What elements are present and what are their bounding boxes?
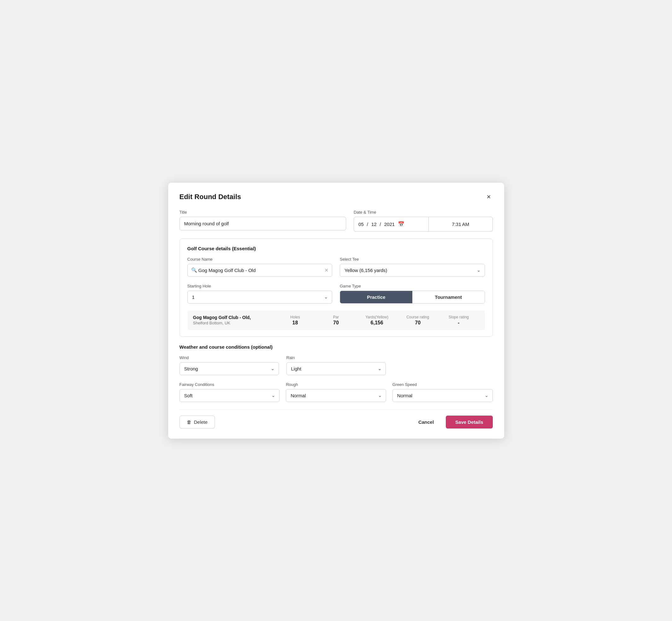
green-speed-dropdown[interactable]: SlowNormalFastVery Fast: [392, 389, 493, 402]
game-type-label: Game Type: [340, 284, 485, 288]
select-tee-wrapper: Yellow (6,156 yards) White (6,500 yards)…: [340, 264, 485, 277]
wind-group: Wind NoneLightModerateStrong ⌄: [179, 355, 279, 375]
holes-value: 18: [275, 320, 316, 326]
date-time-row: 05 / 12 / 2021 📅 7:31 AM: [354, 217, 493, 232]
starting-hole-label: Starting Hole: [187, 284, 333, 288]
date-month: 05: [359, 221, 364, 227]
fairway-label: Fairway Conditions: [179, 382, 280, 387]
starting-hole-dropdown[interactable]: 1234 5678 910: [187, 291, 333, 303]
rain-group: Rain NoneLightModerateHeavy ⌄: [287, 355, 386, 375]
title-input[interactable]: [179, 217, 346, 230]
footer-row: 🗑 Delete Cancel Save Details: [179, 410, 493, 428]
select-tee-dropdown[interactable]: Yellow (6,156 yards) White (6,500 yards)…: [340, 264, 485, 277]
title-label: Title: [179, 210, 346, 215]
datetime-group: Date & Time 05 / 12 / 2021 📅 7:31 AM: [354, 210, 493, 232]
select-tee-label: Select Tee: [340, 257, 485, 261]
weather-section: Weather and course conditions (optional)…: [179, 344, 493, 402]
course-stat-yards: Yards(Yellow) 6,156: [356, 315, 397, 326]
green-speed-label: Green Speed: [392, 382, 493, 387]
course-rating-value: 70: [397, 320, 438, 326]
modal-title: Edit Round Details: [179, 193, 241, 201]
wind-label: Wind: [179, 355, 279, 360]
date-sep2: /: [380, 221, 381, 227]
rain-dropdown[interactable]: NoneLightModerateHeavy: [287, 362, 386, 375]
course-stat-holes: Holes 18: [275, 315, 316, 326]
date-sep1: /: [367, 221, 368, 227]
par-value: 70: [316, 320, 356, 326]
course-info-name-group: Gog Magog Golf Club - Old, Shelford Bott…: [193, 315, 275, 325]
green-speed-wrapper: SlowNormalFastVery Fast ⌄: [392, 389, 493, 402]
clear-course-icon[interactable]: ✕: [324, 267, 328, 273]
course-name-label: Course Name: [187, 257, 333, 261]
rough-dropdown[interactable]: ShortNormalLongVery Long: [286, 389, 386, 402]
fairway-group: Fairway Conditions DryNormalSoftWet ⌄: [179, 382, 280, 402]
date-day: 12: [371, 221, 377, 227]
rough-group: Rough ShortNormalLongVery Long ⌄: [286, 382, 386, 402]
slope-value: -: [438, 320, 479, 326]
title-group: Title: [179, 210, 346, 232]
edit-round-modal: Edit Round Details × Title Date & Time 0…: [168, 183, 504, 439]
weather-title: Weather and course conditions (optional): [179, 344, 493, 349]
course-stat-course-rating: Course rating 70: [397, 315, 438, 326]
fairway-wrapper: DryNormalSoftWet ⌄: [179, 389, 280, 402]
course-info-location: Shelford Bottom, UK: [193, 321, 275, 325]
wind-dropdown[interactable]: NoneLightModerateStrong: [179, 362, 279, 375]
rain-wrapper: NoneLightModerateHeavy ⌄: [287, 362, 386, 375]
course-name-input[interactable]: [187, 264, 333, 277]
game-type-toggle: Practice Tournament: [340, 291, 485, 303]
delete-button[interactable]: 🗑 Delete: [179, 416, 215, 428]
course-info-row: Gog Magog Golf Club - Old, Shelford Bott…: [187, 310, 485, 330]
hole-gametype-row: Starting Hole 1234 5678 910 ⌄ Game Type …: [187, 284, 485, 303]
trash-icon: 🗑: [187, 419, 192, 425]
title-datetime-row: Title Date & Time 05 / 12 / 2021 📅 7:31 …: [179, 210, 493, 232]
calendar-icon: 📅: [398, 221, 405, 227]
date-year: 2021: [384, 221, 395, 227]
golf-course-section: Golf Course details (Essential) Course N…: [179, 239, 493, 337]
save-button[interactable]: Save Details: [446, 416, 493, 428]
wind-wrapper: NoneLightModerateStrong ⌄: [179, 362, 279, 375]
wind-rain-row: Wind NoneLightModerateStrong ⌄ Rain None…: [179, 355, 493, 375]
tournament-toggle-btn[interactable]: Tournament: [412, 291, 485, 303]
course-stat-slope: Slope rating -: [438, 315, 479, 326]
footer-right: Cancel Save Details: [413, 416, 493, 428]
starting-hole-wrapper: 1234 5678 910 ⌄: [187, 291, 333, 303]
course-name-wrapper: 🔍 ✕: [187, 264, 333, 277]
course-stat-par: Par 70: [316, 315, 356, 326]
cancel-button[interactable]: Cancel: [413, 416, 439, 428]
modal-header: Edit Round Details ×: [179, 193, 493, 201]
golf-course-title: Golf Course details (Essential): [187, 246, 485, 251]
rain-label: Rain: [287, 355, 386, 360]
course-rating-label: Course rating: [397, 315, 438, 319]
game-type-group: Game Type Practice Tournament: [340, 284, 485, 303]
starting-hole-group: Starting Hole 1234 5678 910 ⌄: [187, 284, 333, 303]
conditions-row: Fairway Conditions DryNormalSoftWet ⌄ Ro…: [179, 382, 493, 402]
search-icon: 🔍: [191, 267, 197, 273]
rough-wrapper: ShortNormalLongVery Long ⌄: [286, 389, 386, 402]
course-tee-row: Course Name 🔍 ✕ Select Tee Yellow (6,156…: [187, 257, 485, 277]
slope-label: Slope rating: [438, 315, 479, 319]
delete-label: Delete: [194, 419, 208, 425]
time-value: 7:31 AM: [452, 221, 469, 227]
green-speed-group: Green Speed SlowNormalFastVery Fast ⌄: [392, 382, 493, 402]
close-button[interactable]: ×: [485, 193, 493, 201]
select-tee-group: Select Tee Yellow (6,156 yards) White (6…: [340, 257, 485, 277]
rough-label: Rough: [286, 382, 386, 387]
practice-toggle-btn[interactable]: Practice: [340, 291, 412, 303]
par-label: Par: [316, 315, 356, 319]
yards-value: 6,156: [356, 320, 397, 326]
course-name-group: Course Name 🔍 ✕: [187, 257, 333, 277]
time-field[interactable]: 7:31 AM: [429, 217, 493, 232]
datetime-label: Date & Time: [354, 210, 493, 215]
date-field[interactable]: 05 / 12 / 2021 📅: [354, 217, 429, 232]
holes-label: Holes: [275, 315, 316, 319]
fairway-dropdown[interactable]: DryNormalSoftWet: [179, 389, 280, 402]
yards-label: Yards(Yellow): [356, 315, 397, 319]
course-info-name: Gog Magog Golf Club - Old,: [193, 315, 275, 320]
